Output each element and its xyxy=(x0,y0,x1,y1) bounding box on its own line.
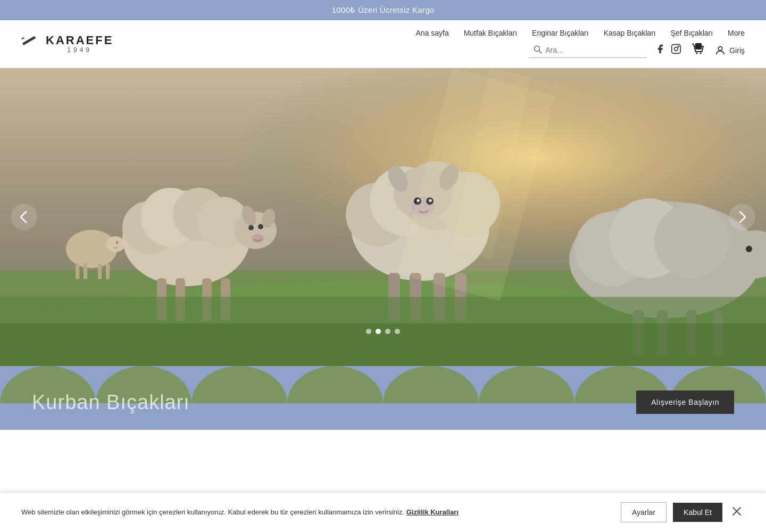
slider-next-button[interactable] xyxy=(729,204,755,230)
hero-title: Kurban Bıçakları xyxy=(32,391,190,414)
slider-dots xyxy=(366,329,400,334)
login-button[interactable]: Giriş xyxy=(714,45,745,56)
hero-slider xyxy=(0,68,766,366)
header: KARAEFE 1949 Ana sayfa Mutfak Bıçakları … xyxy=(0,20,766,68)
instagram-icon[interactable] xyxy=(671,44,681,57)
svg-rect-20 xyxy=(106,263,110,279)
slider-dot-4[interactable] xyxy=(395,329,400,334)
nav-item-enginar[interactable]: Enginar Bıçakları xyxy=(532,29,589,37)
shop-now-button[interactable]: Alışverişe Başlayın xyxy=(636,390,734,414)
search-icon xyxy=(534,45,542,55)
search-bar xyxy=(529,43,646,58)
main-nav: Ana sayfa Mutfak Bıçakları Enginar Bıçak… xyxy=(415,29,745,37)
nav-item-more[interactable]: More xyxy=(728,29,745,37)
logo[interactable]: KARAEFE 1949 xyxy=(21,34,113,54)
slider-prev-button[interactable] xyxy=(11,204,37,230)
svg-rect-0 xyxy=(22,36,36,45)
svg-point-63 xyxy=(746,246,752,252)
svg-line-3 xyxy=(539,51,542,53)
hero-bottom-section: Kurban Bıçakları Alışverişe Başlayın xyxy=(0,366,766,430)
svg-rect-18 xyxy=(84,263,87,279)
nav-item-mutfak[interactable]: Mutfak Bıçakları xyxy=(464,29,517,37)
user-icon xyxy=(714,45,726,56)
svg-point-8 xyxy=(700,52,702,54)
slider-dot-1[interactable] xyxy=(366,329,371,334)
cart-button[interactable] xyxy=(690,41,706,60)
slider-dot-3[interactable] xyxy=(385,329,390,334)
top-banner: 1000₺ Üzeri Ücretsiz Kargo xyxy=(0,0,766,20)
nav-item-kasap[interactable]: Kasap Bıçakları xyxy=(604,29,656,37)
svg-point-57 xyxy=(654,204,729,278)
svg-point-10 xyxy=(719,46,722,50)
nav-item-sef[interactable]: Şef Bıçakları xyxy=(671,29,713,37)
social-icons xyxy=(655,44,681,57)
svg-rect-9 xyxy=(695,43,702,49)
logo-year: 1949 xyxy=(46,47,113,54)
svg-point-21 xyxy=(116,242,119,244)
cart-icon xyxy=(690,41,706,57)
svg-point-7 xyxy=(696,52,698,54)
logo-text: KARAEFE 1949 xyxy=(46,34,113,54)
svg-point-35 xyxy=(248,225,254,230)
svg-rect-19 xyxy=(98,263,102,279)
logo-name: KARAEFE xyxy=(46,34,113,47)
svg-point-6 xyxy=(678,46,679,47)
header-actions: Giriş xyxy=(529,41,745,60)
search-input[interactable] xyxy=(545,46,641,54)
svg-rect-1 xyxy=(21,37,24,39)
svg-point-34 xyxy=(258,224,263,229)
login-label: Giriş xyxy=(729,46,745,55)
svg-rect-4 xyxy=(672,45,681,54)
facebook-icon[interactable] xyxy=(655,44,665,57)
logo-icon xyxy=(21,35,40,54)
svg-point-5 xyxy=(675,47,678,51)
nav-item-ana-sayfa[interactable]: Ana sayfa xyxy=(415,29,448,37)
svg-rect-17 xyxy=(76,263,79,279)
hero-cta-area: Kurban Bıçakları Alışverişe Başlayın xyxy=(0,380,766,430)
svg-point-16 xyxy=(106,236,125,252)
hero-background xyxy=(0,68,766,366)
banner-text: 1000₺ Üzeri Ücretsiz Kargo xyxy=(332,5,435,14)
slider-dot-2[interactable] xyxy=(376,329,381,334)
header-right: Ana sayfa Mutfak Bıçakları Enginar Bıçak… xyxy=(415,29,745,60)
